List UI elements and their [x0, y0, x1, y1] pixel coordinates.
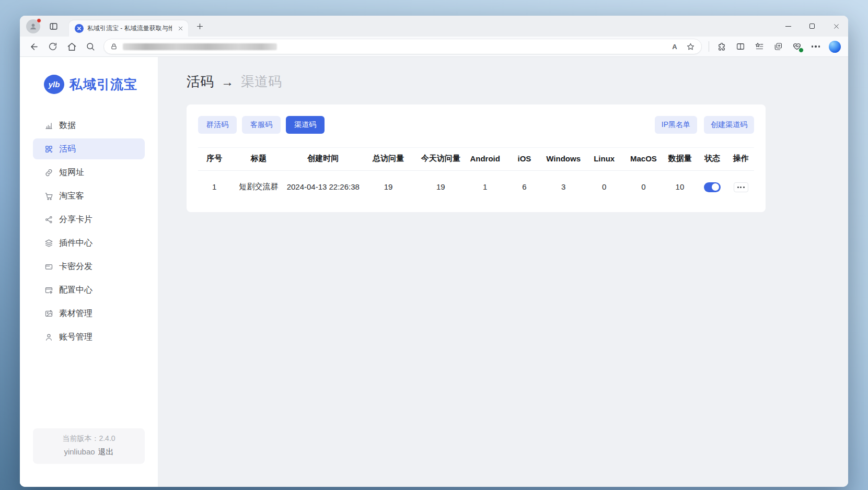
- account-name: yinliubao: [64, 447, 95, 456]
- desktop-background: 私域引流宝 - 私域流量获取与维护: [0, 0, 868, 490]
- col-android: Android: [464, 148, 506, 171]
- logo-badge: ylb: [44, 75, 64, 94]
- row-more-button[interactable]: [734, 182, 748, 192]
- browser-toolbar: A: [20, 37, 848, 57]
- tab-strip: 私域引流宝 - 私域流量获取与维护: [20, 16, 848, 37]
- more-dots: [812, 45, 820, 47]
- sidebar-item-plugins[interactable]: 插件中心: [33, 232, 145, 253]
- read-aloud-icon[interactable]: A: [667, 40, 682, 53]
- sidebar-item-label: 活码: [59, 144, 76, 155]
- tab-actions-icon[interactable]: [47, 19, 60, 33]
- sidebar-item-materials[interactable]: 素材管理: [33, 303, 145, 324]
- col-actions: 操作: [727, 148, 754, 171]
- col-data-count: 数据量: [663, 148, 697, 171]
- sidebar-item-taobao[interactable]: 淘宝客: [33, 185, 145, 206]
- cell-android: 1: [464, 171, 506, 206]
- sidebar-item-label: 数据: [59, 120, 76, 131]
- sidebar-item-livecode[interactable]: 活码: [33, 138, 145, 159]
- favorites-list-icon[interactable]: [750, 39, 768, 54]
- page-content: ylb 私域引流宝 数据 活码 短网址: [20, 57, 848, 487]
- home-button[interactable]: [63, 39, 80, 54]
- minimize-icon: [785, 26, 791, 27]
- cell-index: 1: [198, 171, 230, 206]
- sidebar-item-label: 账号管理: [59, 332, 92, 343]
- search-icon[interactable]: [82, 39, 99, 54]
- profile-avatar[interactable]: [26, 19, 40, 33]
- sidebar-item-sharecard[interactable]: 分享卡片: [33, 209, 145, 230]
- sidebar-item-label: 短网址: [59, 167, 84, 178]
- cell-ios: 6: [506, 171, 543, 206]
- ip-blacklist-button[interactable]: IP黑名单: [655, 116, 697, 134]
- split-screen-icon[interactable]: [732, 39, 749, 54]
- window-controls: [776, 16, 848, 37]
- close-button[interactable]: [824, 16, 848, 37]
- logo-title: 私域引流宝: [70, 76, 137, 93]
- cell-total-visits: 19: [360, 171, 417, 206]
- col-total-visits: 总访问量: [360, 148, 417, 171]
- col-linux: Linux: [584, 148, 624, 171]
- col-ios: iOS: [506, 148, 543, 171]
- cell-macos: 0: [624, 171, 663, 206]
- account-line: yinliubao退出: [33, 447, 145, 457]
- tab-title: 私域引流宝 - 私域流量获取与维护: [87, 24, 172, 33]
- browser-tab[interactable]: 私域引流宝 - 私域流量获取与维护: [69, 20, 188, 37]
- breadcrumb: 活码 → 渠道码: [187, 73, 848, 91]
- cell-created: 2024-04-13 22:26:38: [287, 171, 360, 206]
- cell-data-count: 10: [663, 171, 697, 206]
- redacted-url: [123, 43, 277, 50]
- sidebar-item-label: 淘宝客: [59, 191, 84, 202]
- minimize-button[interactable]: [776, 16, 800, 37]
- status-toggle[interactable]: [704, 182, 721, 192]
- tab-channel-code[interactable]: 渠道码: [286, 116, 325, 134]
- channel-code-table: 序号 标题 创建时间 总访问量 今天访问量 Android iOS Window…: [198, 147, 754, 206]
- sidebar-item-cardkeys[interactable]: 卡密分发: [33, 256, 145, 277]
- cell-windows: 3: [543, 171, 584, 206]
- back-button[interactable]: [25, 39, 43, 54]
- create-channel-code-button[interactable]: 创建渠道码: [704, 116, 754, 134]
- cell-actions: [727, 171, 754, 206]
- table-row: 1 短剧交流群 2024-04-13 22:26:38 19 19 1 6 3 …: [198, 171, 754, 206]
- tab-group-livecode[interactable]: 群活码: [198, 116, 237, 134]
- sidebar-item-label: 配置中心: [59, 285, 92, 296]
- tab-favicon: [75, 24, 84, 33]
- col-title: 标题: [230, 148, 286, 171]
- cell-today-visits: 19: [417, 171, 464, 206]
- sidebar: ylb 私域引流宝 数据 活码 短网址: [20, 57, 158, 487]
- col-status: 状态: [697, 148, 727, 171]
- copilot-icon[interactable]: [829, 41, 841, 53]
- channel-code-card: 群活码 客服码 渠道码 IP黑名单 创建渠道码: [187, 104, 766, 212]
- version-label: 当前版本：2.4.0: [33, 434, 145, 444]
- sidebar-item-label: 卡密分发: [59, 261, 92, 272]
- extensions-icon[interactable]: [713, 39, 731, 54]
- favorite-star-icon[interactable]: [682, 40, 698, 53]
- sidebar-item-config[interactable]: 配置中心: [33, 279, 145, 300]
- sidebar-nav: 数据 活码 短网址 淘宝客: [33, 115, 145, 347]
- logout-button[interactable]: 退出: [98, 447, 114, 456]
- col-windows: Windows: [543, 148, 584, 171]
- refresh-button[interactable]: [44, 39, 62, 54]
- sidebar-item-label: 插件中心: [59, 238, 92, 249]
- collections-icon[interactable]: [769, 39, 787, 54]
- sidebar-item-data[interactable]: 数据: [33, 115, 145, 136]
- cell-status: [697, 171, 727, 206]
- sidebar-item-shorturl[interactable]: 短网址: [33, 162, 145, 183]
- tab-service-code[interactable]: 客服码: [242, 116, 281, 134]
- tab-close-icon[interactable]: [176, 24, 185, 33]
- cell-title: 短剧交流群: [230, 171, 286, 206]
- cell-linux: 0: [584, 171, 624, 206]
- toolbar-divider: [709, 41, 709, 52]
- table-header-row: 序号 标题 创建时间 总访问量 今天访问量 Android iOS Window…: [198, 148, 754, 171]
- browser-essentials-icon[interactable]: [788, 39, 806, 54]
- breadcrumb-arrow-icon: →: [221, 75, 234, 89]
- new-tab-button[interactable]: [192, 19, 207, 33]
- col-today-visits: 今天访问量: [417, 148, 464, 171]
- browser-window: 私域引流宝 - 私域流量获取与维护: [20, 16, 848, 487]
- breadcrumb-current: 渠道码: [241, 73, 282, 91]
- settings-more-icon[interactable]: [807, 39, 825, 54]
- col-index: 序号: [198, 148, 230, 171]
- maximize-button[interactable]: [800, 16, 824, 37]
- sidebar-item-account[interactable]: 账号管理: [33, 326, 145, 347]
- lock-icon[interactable]: [110, 43, 118, 50]
- breadcrumb-parent[interactable]: 活码: [187, 73, 214, 91]
- address-bar[interactable]: A: [103, 39, 702, 54]
